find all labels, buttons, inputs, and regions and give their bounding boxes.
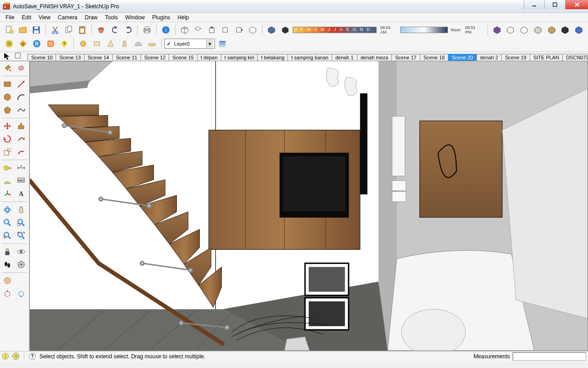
line-tool-icon[interactable]	[15, 78, 28, 90]
scene-tab[interactable]: Scene 17	[391, 54, 420, 61]
shadow-date-icon[interactable]	[265, 24, 278, 36]
menu-file[interactable]: File	[2, 13, 18, 22]
style-x-icon[interactable]	[572, 24, 585, 36]
zoom-tool-icon[interactable]	[1, 217, 14, 229]
top-view-icon[interactable]	[192, 24, 205, 36]
geolocation-status-icon[interactable]: ⟟	[2, 353, 9, 360]
menu-tools[interactable]: Tools	[102, 13, 122, 22]
position-camera-icon[interactable]	[1, 246, 14, 258]
shaded-textures-style-icon[interactable]	[545, 24, 558, 36]
protractor-tool-icon[interactable]	[1, 175, 14, 187]
undo-icon[interactable]	[108, 24, 121, 36]
3d-text-tool-icon[interactable]: A	[15, 188, 28, 200]
polygon-tool-icon[interactable]	[1, 104, 14, 116]
zoom-extents-icon[interactable]	[15, 230, 28, 242]
dimension-tool-icon[interactable]: 3'	[15, 162, 28, 174]
erase-entities-icon[interactable]	[95, 24, 107, 36]
cut-icon[interactable]	[49, 24, 62, 36]
left-view-icon[interactable]	[246, 24, 259, 36]
vray-render-icon[interactable]: R	[30, 38, 43, 50]
share-model-icon[interactable]	[15, 288, 28, 299]
paint-bucket-icon[interactable]	[1, 62, 14, 74]
scene-tab[interactable]: denah 2	[476, 54, 502, 61]
scene-tab[interactable]: t depan	[197, 54, 221, 61]
sandbox-icon[interactable]	[1, 275, 14, 287]
menu-window[interactable]: Window	[122, 13, 149, 22]
monochrome-style-icon[interactable]	[559, 24, 571, 36]
scene-tab[interactable]: Scene 11	[112, 54, 141, 61]
scene-tab[interactable]: Scene 12	[141, 54, 169, 61]
redo-icon[interactable]	[122, 24, 135, 36]
circle-tool-icon[interactable]	[1, 91, 14, 103]
scene-tab[interactable]: Scene 18	[420, 54, 448, 61]
select-arrow-icon[interactable]	[3, 52, 12, 60]
spot-light-icon[interactable]	[104, 38, 117, 50]
month-slider[interactable]: J F M A M J J A S O N D	[293, 27, 377, 33]
dome-light-icon[interactable]	[132, 38, 145, 50]
close-button[interactable]	[565, 0, 588, 9]
maximize-button[interactable]	[544, 0, 565, 9]
paste-icon[interactable]	[76, 24, 89, 36]
rect-light-icon[interactable]	[90, 38, 103, 50]
text-tool-icon[interactable]: ABC	[15, 175, 28, 187]
menu-edit[interactable]: Edit	[18, 13, 35, 22]
make-component-icon[interactable]	[14, 52, 23, 60]
vray-material-icon[interactable]: M	[3, 38, 16, 50]
vray-help-icon[interactable]: ?	[58, 38, 71, 50]
credits-status-icon[interactable]: ✦	[12, 353, 19, 360]
sphere-light-icon[interactable]	[77, 38, 90, 50]
section-plane-icon[interactable]	[15, 259, 28, 270]
wireframe-style-icon[interactable]	[504, 24, 517, 36]
scene-tab[interactable]: DSCN0723	[562, 54, 588, 61]
front-view-icon[interactable]	[205, 24, 218, 36]
scene-tab[interactable]: t samping kanan	[288, 54, 332, 61]
followme-tool-icon[interactable]	[15, 133, 28, 145]
measurements-input[interactable]	[513, 352, 586, 361]
iso-view-icon[interactable]	[178, 24, 191, 36]
offset-tool-icon[interactable]	[15, 146, 28, 158]
walk-tool-icon[interactable]	[1, 259, 14, 270]
scene-tab[interactable]: Scene 14	[84, 54, 113, 61]
pushpull-tool-icon[interactable]	[15, 120, 28, 132]
vray-rt-render-icon[interactable]: O	[44, 38, 57, 50]
scene-tab[interactable]: Scene 13	[56, 54, 84, 61]
print-icon[interactable]	[141, 24, 153, 36]
move-tool-icon[interactable]	[1, 120, 14, 132]
hidden-line-style-icon[interactable]	[518, 24, 531, 36]
scene-tab[interactable]: denah 1	[332, 54, 357, 61]
eraser-icon[interactable]	[15, 62, 28, 74]
menu-view[interactable]: View	[35, 13, 54, 22]
model-viewport[interactable]	[29, 61, 588, 351]
pan-tool-icon[interactable]	[15, 204, 28, 216]
zoom-window-icon[interactable]	[15, 217, 28, 229]
copy-icon[interactable]	[62, 24, 75, 36]
scene-tab[interactable]: Scene 10	[28, 54, 56, 61]
previous-view-icon[interactable]	[1, 230, 14, 242]
layer-manager-icon[interactable]	[216, 38, 229, 50]
scene-tab[interactable]: denah meza	[357, 54, 392, 61]
xray-style-icon[interactable]	[491, 24, 503, 36]
look-around-icon[interactable]	[15, 246, 28, 258]
infinite-plane-icon[interactable]	[146, 38, 158, 50]
menu-camera[interactable]: Camera	[54, 13, 81, 22]
save-file-icon[interactable]	[30, 24, 43, 36]
solid-tools-icon[interactable]	[15, 275, 28, 287]
new-file-icon[interactable]	[3, 24, 16, 36]
open-file-icon[interactable]	[17, 24, 29, 36]
layer-dropdown[interactable]: ✓ Layer0 ▾	[164, 39, 215, 49]
back-view-icon[interactable]	[233, 24, 246, 36]
help-status-icon[interactable]: ?	[29, 353, 36, 360]
tape-measure-icon[interactable]	[1, 162, 14, 174]
scene-tab[interactable]: SITE PLAN	[530, 54, 563, 61]
scene-tab[interactable]: Scene 19	[501, 54, 530, 61]
model-info-icon[interactable]: i	[159, 24, 172, 36]
shaded-style-icon[interactable]	[531, 24, 544, 36]
scale-tool-icon[interactable]	[1, 146, 14, 158]
freehand-tool-icon[interactable]	[15, 104, 28, 116]
time-slider[interactable]	[400, 27, 448, 33]
rotate-tool-icon[interactable]	[1, 133, 14, 145]
axes-tool-icon[interactable]	[1, 188, 14, 200]
scene-tab[interactable]: t belakang	[257, 54, 288, 61]
get-models-icon[interactable]	[1, 288, 14, 299]
right-view-icon[interactable]	[219, 24, 232, 36]
